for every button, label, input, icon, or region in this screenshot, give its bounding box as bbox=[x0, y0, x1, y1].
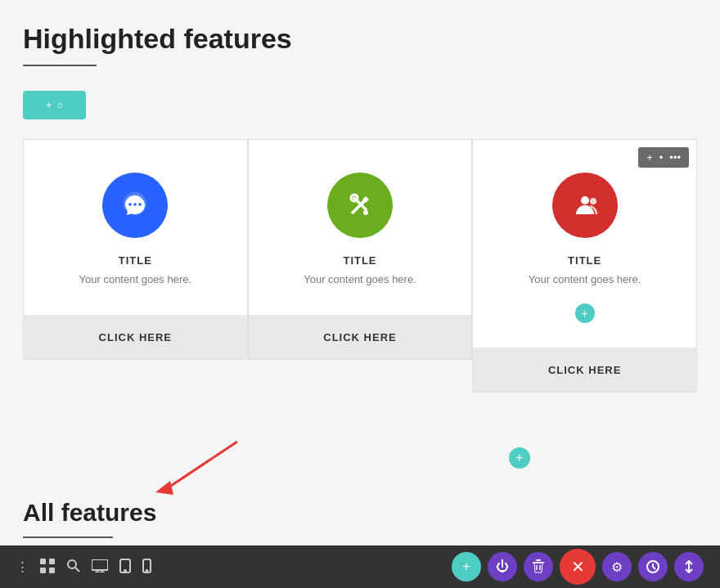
card-3-title: TITLE bbox=[568, 254, 601, 267]
card-1-wrapper: TITLE Your content goes here. CLICK HERE bbox=[23, 139, 248, 393]
center-plus-button[interactable]: + bbox=[509, 447, 530, 469]
page-title: Highlighted features bbox=[23, 23, 697, 55]
chat-icon bbox=[119, 189, 151, 222]
sort-button[interactable] bbox=[674, 552, 704, 581]
card-1: TITLE Your content goes here. CLICK HERE bbox=[23, 139, 248, 360]
toolbar-right: + ⏻ ✕ ⚙ bbox=[452, 549, 704, 585]
card-3-footer: CLICK HERE bbox=[473, 348, 696, 392]
power-button[interactable]: ⏻ bbox=[488, 552, 517, 581]
card-3-text: Your content goes here. bbox=[529, 273, 641, 285]
svg-rect-13 bbox=[40, 559, 46, 564]
bottom-toolbar: ⋮ bbox=[0, 545, 720, 588]
card-2-wrapper: TITLE Your content goes here. CLICK HERE bbox=[248, 139, 473, 393]
add-row-circle: ○ bbox=[57, 99, 64, 111]
delete-button[interactable] bbox=[524, 552, 553, 581]
card-3: TITLE Your content goes here. + CLICK HE… bbox=[472, 139, 697, 393]
svg-point-24 bbox=[124, 570, 126, 572]
svg-point-1 bbox=[129, 203, 133, 206]
card-3-click-here[interactable]: CLICK HERE bbox=[548, 364, 621, 376]
card-toolbar-plus[interactable]: + bbox=[646, 151, 653, 164]
history-button[interactable] bbox=[638, 552, 668, 581]
card-1-text: Your content goes here. bbox=[79, 273, 192, 285]
all-features-title: All features bbox=[23, 499, 697, 527]
card-2-title: TITLE bbox=[343, 254, 376, 267]
svg-point-10 bbox=[590, 198, 596, 204]
card-1-click-here[interactable]: CLICK HERE bbox=[99, 331, 172, 343]
add-row-button[interactable]: + ○ bbox=[23, 91, 86, 119]
tools-icon bbox=[343, 188, 377, 222]
card-3-add-btn[interactable]: + bbox=[575, 303, 595, 323]
svg-marker-12 bbox=[155, 481, 173, 495]
svg-line-18 bbox=[75, 568, 79, 572]
card-2-click-here[interactable]: CLICK HERE bbox=[323, 331, 396, 343]
svg-point-3 bbox=[139, 203, 142, 206]
all-features-section: All features bbox=[0, 499, 720, 538]
card-2-text: Your content goes here. bbox=[304, 273, 416, 285]
tablet-icon[interactable] bbox=[119, 559, 131, 576]
card-toolbar-dot: • bbox=[659, 151, 664, 164]
grid-icon[interactable] bbox=[40, 559, 55, 576]
card-2-footer: CLICK HERE bbox=[249, 315, 472, 359]
card-3-body: TITLE Your content goes here. + bbox=[473, 140, 696, 348]
svg-point-9 bbox=[581, 196, 589, 204]
card-toolbar-more[interactable]: ••• bbox=[669, 151, 681, 164]
card-1-footer: CLICK HERE bbox=[24, 315, 247, 359]
svg-rect-16 bbox=[49, 568, 55, 573]
svg-rect-15 bbox=[40, 568, 46, 573]
card-3-toolbar: + • ••• bbox=[638, 147, 689, 168]
card-3-icon bbox=[552, 173, 618, 238]
card-1-title: TITLE bbox=[119, 254, 152, 267]
desktop-icon[interactable] bbox=[92, 559, 108, 575]
main-content: Highlighted features + ○ bbox=[0, 0, 720, 474]
toolbar-left: ⋮ bbox=[16, 559, 151, 576]
menu-icon[interactable]: ⋮ bbox=[16, 559, 29, 574]
svg-rect-14 bbox=[49, 559, 55, 564]
add-button[interactable]: + bbox=[452, 552, 481, 581]
card-1-icon bbox=[102, 173, 168, 238]
all-features-divider bbox=[23, 536, 113, 538]
card-2-body: TITLE Your content goes here. bbox=[249, 140, 472, 315]
svg-point-2 bbox=[134, 203, 137, 206]
card-1-body: TITLE Your content goes here. bbox=[24, 140, 247, 315]
title-divider bbox=[23, 65, 97, 66]
svg-rect-19 bbox=[92, 559, 108, 570]
people-icon bbox=[568, 188, 602, 222]
search-icon[interactable] bbox=[66, 559, 80, 575]
cards-grid: TITLE Your content goes here. CLICK HERE bbox=[23, 139, 697, 393]
close-button[interactable]: ✕ bbox=[560, 549, 596, 585]
card-2-icon bbox=[327, 173, 393, 238]
card-3-wrapper: + • ••• TITLE Your c bbox=[472, 139, 697, 393]
add-row-plus: + bbox=[46, 99, 52, 111]
card-2: TITLE Your content goes here. CLICK HERE bbox=[248, 139, 473, 360]
settings-button[interactable]: ⚙ bbox=[602, 552, 632, 581]
mobile-icon[interactable] bbox=[142, 559, 151, 576]
svg-point-8 bbox=[363, 210, 368, 215]
svg-point-26 bbox=[146, 570, 148, 572]
svg-point-17 bbox=[68, 560, 76, 568]
